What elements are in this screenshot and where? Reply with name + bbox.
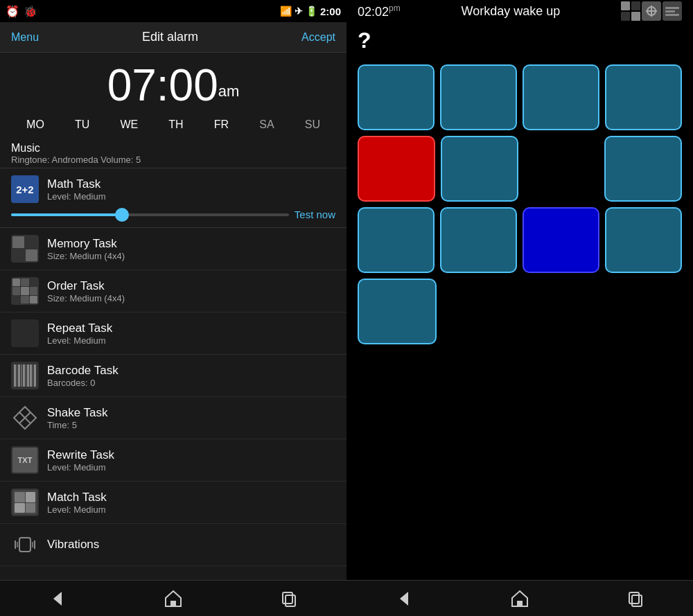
grid-cell-3-0[interactable] [358, 279, 437, 344]
question-mark: ? [358, 28, 371, 53]
grid-row-1 [358, 136, 682, 202]
math-task-section[interactable]: 2+2 Math Task Level: Medium Test now [0, 168, 346, 228]
right-time-display: 02:02pm [358, 3, 401, 19]
bug-icon: 🐞 [24, 5, 37, 18]
battery-icon: 🔋 [306, 6, 317, 17]
memory-grid[interactable] [346, 59, 693, 580]
day-sa[interactable]: SA [259, 118, 274, 131]
top-nav: Menu Edit alarm Accept [0, 22, 346, 53]
day-th[interactable]: TH [168, 118, 183, 131]
repeat-task-detail: Level: Medium [47, 335, 335, 346]
recent-button[interactable] [268, 585, 310, 613]
test-now-button[interactable]: Test now [295, 209, 335, 220]
rewrite-icon: TXT [11, 446, 39, 474]
grid-cell-1-0[interactable] [358, 136, 435, 202]
svg-rect-20 [632, 595, 642, 606]
grid-cell-0-3[interactable] [605, 64, 682, 130]
status-time: 2:00 [320, 6, 341, 17]
barcode-icon [11, 362, 39, 389]
svg-rect-18 [517, 601, 523, 606]
right-ampm: pm [389, 3, 401, 13]
menu-button[interactable]: Menu [11, 31, 39, 44]
grid-cell-3-2 [524, 279, 600, 344]
grid-cell-2-1[interactable] [440, 207, 517, 273]
shake-task-info: Shake Task Time: 5 [47, 406, 335, 430]
rewrite-task-detail: Level: Medium [47, 462, 335, 473]
grid-cell-0-2[interactable] [523, 64, 599, 130]
svg-marker-16 [400, 592, 408, 606]
day-tu[interactable]: TU [75, 118, 89, 131]
math-slider-thumb[interactable] [115, 208, 129, 222]
left-panel: ⏰ 🐞 📶 ✈ 🔋 2:00 Menu Edit alarm Accept 07… [0, 0, 346, 616]
grid-cell-3-3 [606, 279, 682, 344]
math-slider-track[interactable] [11, 213, 289, 216]
music-title: Music [11, 142, 335, 155]
alarm-icon: ⏰ [6, 5, 19, 18]
math-task-header: 2+2 Math Task Level: Medium [0, 168, 346, 206]
shake-task-item[interactable]: Shake Task Time: 5 [0, 397, 346, 439]
shake-icon [11, 404, 39, 432]
alarm-time[interactable]: 07:00 [107, 60, 218, 111]
music-subtitle: Ringtone: Andromeda Volume: 5 [11, 155, 335, 165]
right-time: 02:02pm [358, 5, 401, 19]
order-task-detail: Size: Medium (4x4) [47, 293, 335, 303]
alarm-ampm: am [218, 82, 240, 100]
grid-cell-0-1[interactable] [440, 64, 517, 130]
svg-rect-12 [286, 595, 295, 606]
back-button[interactable] [37, 585, 78, 613]
grid-cell-0-0[interactable] [358, 64, 435, 130]
grid-cell-1-1[interactable] [441, 136, 518, 202]
day-su[interactable]: SU [305, 118, 320, 131]
match-task-item[interactable]: Match Task Level: Medium [0, 482, 346, 524]
status-bar-right-icons: 📶 ✈ 🔋 2:00 [280, 6, 341, 17]
vibrations-item[interactable]: Vibrations [0, 524, 346, 566]
shake-task-name: Shake Task [47, 406, 335, 420]
right-panel: 02:02pm Workday wake up [346, 0, 693, 616]
math-icon: 2+2 [11, 175, 39, 203]
question-area: ? [346, 22, 693, 59]
pattern-icon-2 [642, 1, 661, 21]
memory-task-info: Memory Task Size: Medium (4x4) [47, 237, 335, 261]
grid-row-0 [358, 64, 682, 130]
repeat-icon [11, 319, 39, 347]
repeat-task-item[interactable]: Repeat Task Level: Medium [0, 313, 346, 355]
match-task-name: Match Task [47, 491, 335, 504]
day-we[interactable]: WE [120, 118, 138, 131]
day-fr[interactable]: FR [214, 118, 229, 131]
barcode-task-info: Barcode Task Barcodes: 0 [47, 364, 335, 388]
svg-rect-10 [170, 601, 176, 606]
memory-task-item[interactable]: Memory Task Size: Medium (4x4) [0, 228, 346, 270]
barcode-task-name: Barcode Task [47, 364, 335, 378]
shake-task-detail: Time: 5 [47, 420, 335, 430]
pattern-icon-3 [663, 1, 682, 21]
right-status-icons [621, 1, 682, 21]
right-home-button[interactable] [499, 585, 541, 613]
right-recent-button[interactable] [615, 585, 656, 613]
music-section[interactable]: Music Ringtone: Andromeda Volume: 5 [0, 135, 346, 168]
memory-icon [11, 235, 39, 263]
rewrite-task-item[interactable]: TXT Rewrite Task Level: Medium [0, 439, 346, 482]
math-slider-fill [11, 213, 122, 216]
grid-cell-1-3[interactable] [604, 136, 682, 202]
match-task-info: Match Task Level: Medium [47, 491, 335, 515]
left-status-bar: ⏰ 🐞 📶 ✈ 🔋 2:00 [0, 0, 346, 22]
order-task-item[interactable]: Order Task Size: Medium (4x4) [0, 270, 346, 313]
time-display: 07:00am [0, 53, 346, 114]
plane-icon: ✈ [295, 6, 303, 17]
barcode-task-item[interactable]: Barcode Task Barcodes: 0 [0, 355, 346, 397]
day-mo[interactable]: MO [26, 118, 44, 131]
right-back-button[interactable] [383, 585, 425, 613]
math-task-detail: Level: Medium [47, 191, 335, 202]
grid-cell-2-2[interactable] [523, 207, 599, 273]
right-alarm-title: Workday wake up [461, 4, 560, 19]
grid-cell-2-0[interactable] [358, 207, 435, 273]
home-button[interactable] [152, 585, 194, 613]
accept-button[interactable]: Accept [301, 31, 335, 44]
vibrations-name: Vibrations [47, 538, 335, 552]
grid-cell-2-3[interactable] [605, 207, 682, 273]
barcode-task-detail: Barcodes: 0 [47, 378, 335, 388]
right-status-bar: 02:02pm Workday wake up [346, 0, 693, 22]
vibrations-icon [11, 531, 39, 558]
vibrations-info: Vibrations [47, 538, 335, 552]
match-icon [11, 489, 39, 516]
